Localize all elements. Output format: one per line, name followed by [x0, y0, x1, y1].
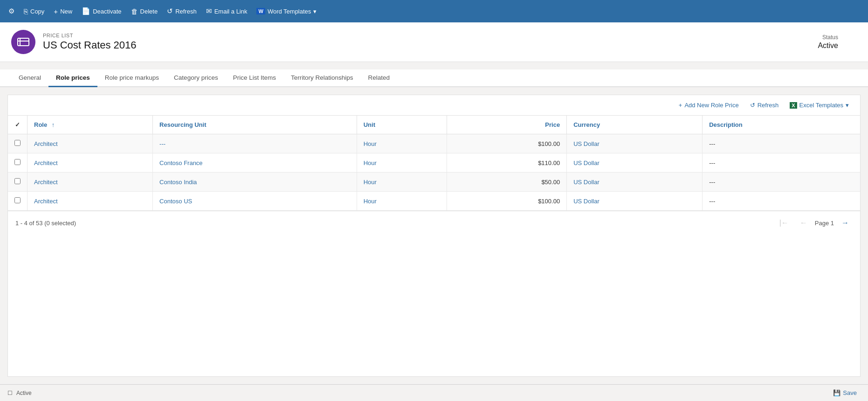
status-value: Active [818, 41, 838, 50]
new-label: New [60, 8, 72, 15]
resourcing-unit-column-label: Resourcing Unit [159, 121, 206, 128]
save-icon: 💾 [833, 389, 840, 396]
row-currency[interactable]: US Dollar [567, 134, 703, 153]
refresh-icon: ↺ [167, 7, 173, 15]
pagination: 1 - 4 of 53 (0 selected) |← ← Page 1 → [8, 211, 860, 235]
new-icon: + [54, 7, 58, 15]
row-unit[interactable]: Hour [357, 173, 447, 192]
delete-button[interactable]: 🗑 Delete [126, 4, 163, 19]
currency-column-label: Currency [573, 121, 600, 128]
pagination-controls: |← ← Page 1 → [776, 217, 853, 229]
header-info: PRICE LIST US Cost Rates 2016 [43, 33, 810, 51]
tab-related[interactable]: Related [361, 69, 398, 87]
prev-page-button[interactable]: ← [796, 217, 811, 229]
add-new-role-price-button[interactable]: + Add New Role Price [675, 100, 743, 111]
row-resourcing-unit[interactable]: Contoso India [153, 173, 357, 192]
status-section: Status Active [818, 34, 857, 50]
tab-general[interactable]: General [11, 69, 48, 87]
sub-refresh-icon: ↺ [750, 102, 755, 109]
row-checkbox[interactable] [8, 192, 28, 211]
email-link-button[interactable]: ✉ Email a Link [201, 3, 252, 19]
refresh-label: Refresh [175, 8, 197, 15]
row-checkbox[interactable] [8, 173, 28, 192]
row-checkbox[interactable] [8, 153, 28, 173]
tab-role-prices[interactable]: Role prices [48, 69, 97, 87]
email-icon: ✉ [206, 7, 212, 15]
record-title: US Cost Rates 2016 [43, 39, 810, 51]
tab-territory-relationships[interactable]: Territory Relationships [283, 69, 361, 87]
record-header: PRICE LIST US Cost Rates 2016 Status Act… [0, 22, 868, 62]
table-row[interactable]: Architect Contoso US Hour $100.00 US Dol… [8, 192, 860, 211]
row-price: $100.00 [447, 134, 567, 153]
role-prices-table: ✓ Role ↑ Resourcing Unit Unit Price [8, 116, 860, 211]
currency-column-header[interactable]: Currency [567, 116, 703, 134]
row-description: --- [703, 134, 860, 153]
unit-column-header[interactable]: Unit [357, 116, 447, 134]
row-role[interactable]: Architect [28, 173, 153, 192]
row-resourcing-unit[interactable]: Contoso US [153, 192, 357, 211]
excel-icon: X [790, 102, 797, 109]
price-column-label: Price [545, 121, 560, 128]
role-column-label: Role [34, 121, 47, 128]
checkmark-icon: ✓ [15, 121, 20, 128]
role-prices-table-container: + Add New Role Price ↺ Refresh X Excel T… [7, 95, 861, 377]
role-column-header[interactable]: Role ↑ [28, 116, 153, 134]
sub-refresh-button[interactable]: ↺ Refresh [746, 100, 783, 111]
pagination-summary: 1 - 4 of 53 (0 selected) [15, 220, 76, 227]
record-type-label: PRICE LIST [43, 33, 810, 38]
word-label: Word Templates [268, 8, 311, 15]
row-currency[interactable]: US Dollar [567, 153, 703, 173]
refresh-button[interactable]: ↺ Refresh [162, 3, 201, 19]
tab-category-prices[interactable]: Category prices [166, 69, 226, 87]
price-column-header[interactable]: Price [447, 116, 567, 134]
settings-button[interactable]: ⚙ [4, 3, 19, 19]
word-templates-button[interactable]: W Word Templates ▾ [252, 4, 321, 19]
table-row[interactable]: Architect Contoso India Hour $50.00 US D… [8, 173, 860, 192]
sub-refresh-label: Refresh [758, 102, 779, 109]
tab-price-list-items[interactable]: Price List Items [226, 69, 283, 87]
deactivate-button[interactable]: 📄 Deactivate [77, 3, 126, 19]
row-unit[interactable]: Hour [357, 153, 447, 173]
avatar [11, 30, 35, 54]
row-checkbox[interactable] [8, 134, 28, 153]
excel-templates-button[interactable]: X Excel Templates ▾ [786, 100, 853, 111]
page-label: Page 1 [815, 220, 834, 227]
row-role[interactable]: Architect [28, 153, 153, 173]
row-currency[interactable]: US Dollar [567, 192, 703, 211]
copy-button[interactable]: ⎘ Copy [19, 4, 49, 19]
row-role[interactable]: Architect [28, 134, 153, 153]
select-all-column[interactable]: ✓ [8, 116, 28, 134]
status-bar-icon: ☐ [7, 390, 13, 396]
next-page-button[interactable]: → [838, 217, 853, 229]
new-button[interactable]: + New [49, 4, 77, 19]
description-column-header[interactable]: Description [703, 116, 860, 134]
first-page-button[interactable]: |← [776, 217, 792, 229]
table-row[interactable]: Architect --- Hour $100.00 US Dollar --- [8, 134, 860, 153]
row-resourcing-unit[interactable]: Contoso France [153, 153, 357, 173]
deactivate-label: Deactivate [93, 8, 121, 15]
resourcing-unit-column-header[interactable]: Resourcing Unit [153, 116, 357, 134]
status-right: 💾 Save [829, 387, 861, 398]
delete-label: Delete [140, 8, 158, 15]
status-bar: ☐ Active 💾 Save [0, 384, 868, 401]
sub-toolbar: + Add New Role Price ↺ Refresh X Excel T… [8, 95, 860, 116]
tabs-bar: General Role prices Role price markups C… [0, 69, 868, 87]
tab-role-price-markups[interactable]: Role price markups [97, 69, 166, 87]
status-label: Status [818, 34, 838, 41]
excel-templates-label: Excel Templates [799, 102, 843, 109]
row-price: $100.00 [447, 192, 567, 211]
description-column-label: Description [709, 121, 743, 128]
row-currency[interactable]: US Dollar [567, 173, 703, 192]
table-row[interactable]: Architect Contoso France Hour $110.00 US… [8, 153, 860, 173]
table-header-row: ✓ Role ↑ Resourcing Unit Unit Price [8, 116, 860, 134]
status-left: ☐ Active [7, 390, 32, 396]
row-unit[interactable]: Hour [357, 134, 447, 153]
row-role[interactable]: Architect [28, 192, 153, 211]
copy-label: Copy [30, 8, 44, 15]
save-button[interactable]: 💾 Save [829, 387, 861, 398]
add-icon: + [679, 102, 682, 109]
row-unit[interactable]: Hour [357, 192, 447, 211]
sort-asc-icon: ↑ [52, 121, 55, 128]
table-body: Architect --- Hour $100.00 US Dollar ---… [8, 134, 860, 211]
row-resourcing-unit[interactable]: --- [153, 134, 357, 153]
